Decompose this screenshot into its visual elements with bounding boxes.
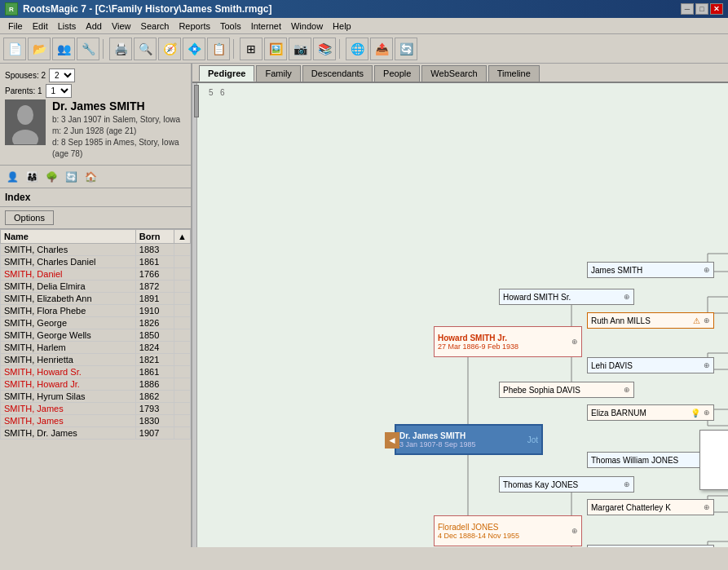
- table-row[interactable]: SMITH, Delia Elmira 1872: [1, 281, 191, 293]
- menu-help[interactable]: Help: [328, 20, 356, 33]
- scroll-cell: [174, 329, 191, 342]
- toolbar-people[interactable]: 👥: [52, 38, 75, 60]
- menu-edit[interactable]: Edit: [28, 20, 53, 33]
- table-row[interactable]: SMITH, Howard Sr. 1861: [1, 366, 191, 378]
- toolbar-compass[interactable]: 🧭: [158, 38, 181, 60]
- left-btn-unknown[interactable]: 🏠: [82, 168, 99, 186]
- toolbar-sep2: [233, 39, 236, 59]
- toolbar-grid[interactable]: ⊞: [240, 38, 263, 60]
- scroll-cell: [174, 354, 191, 366]
- left-toolbar: 👤 👨‍👩‍👧 🌳 🔄 🏠: [0, 166, 191, 188]
- table-row[interactable]: SMITH, Daniel 1766: [1, 268, 191, 281]
- toolbar-open[interactable]: 📂: [28, 38, 51, 60]
- tab-people[interactable]: People: [374, 65, 420, 82]
- toolbar-unknown1[interactable]: 🔧: [77, 38, 99, 60]
- person-box-margaret[interactable]: Margaret Chatterley K ⊕: [587, 499, 714, 515]
- title-bar: R RootsMagic 7 - [C:\Family History\Jame…: [0, 0, 728, 18]
- born-cell: 1910: [135, 305, 174, 317]
- menu-tools[interactable]: Tools: [215, 20, 246, 33]
- person-box-eliza-barnum[interactable]: Eliza BARNUM 💡 ⊕: [587, 404, 714, 421]
- parents-row: Parents: 1 1: [5, 84, 186, 98]
- table-row[interactable]: SMITH, Harlem 1824: [1, 342, 191, 354]
- left-btn-family[interactable]: 👨‍👩‍👧: [23, 168, 41, 186]
- toolbar-internet[interactable]: 🌐: [346, 38, 368, 60]
- menu-add[interactable]: Add: [81, 20, 107, 33]
- col-name: Name: [1, 230, 136, 244]
- toolbar-new[interactable]: 📄: [3, 38, 26, 60]
- person-box-howard-sr[interactable]: Howard SMITH Sr. ⊕: [499, 289, 634, 305]
- toolbar-sync[interactable]: 🔄: [395, 38, 417, 60]
- born-cell: 1824: [135, 342, 174, 354]
- table-row[interactable]: SMITH, Elizabeth Ann 1891: [1, 293, 191, 305]
- toolbar-media[interactable]: 📷: [289, 38, 311, 60]
- person-box-floradell[interactable]: Floradell JONES 4 Dec 1888-14 Nov 1955 ⊕: [434, 515, 582, 546]
- table-row[interactable]: SMITH, Hyrum Silas 1862: [1, 391, 191, 403]
- table-row[interactable]: SMITH, Flora Phebe 1910: [1, 305, 191, 317]
- toolbar-photo[interactable]: 🖼️: [264, 38, 287, 60]
- person-name-text: Floradell JONES 4 Dec 1888-14 Nov 1955: [438, 523, 519, 540]
- menu-lists[interactable]: Lists: [53, 20, 82, 33]
- index-table[interactable]: Name Born ▲ SMITH, Charles 1883 SMITH, C…: [0, 228, 191, 547]
- index-section: Index Options Name Born ▲ SMITH, Charles…: [0, 188, 191, 547]
- person-box-james-smith-g3[interactable]: James SMITH ⊕: [587, 262, 714, 278]
- scroll-cell: [174, 317, 191, 329]
- left-btn-refresh[interactable]: 🔄: [62, 168, 80, 186]
- toolbar-export[interactable]: 📤: [370, 38, 393, 60]
- person-box-howard-jr[interactable]: Howard SMITH Jr. 27 Mar 1886-9 Feb 1938 …: [434, 326, 582, 357]
- toolbar-unknown2[interactable]: 📋: [207, 38, 230, 60]
- window-title: RootsMagic 7 - [C:\Family History\James …: [23, 3, 271, 15]
- scroll-cell: [174, 391, 191, 403]
- person-box-james-smith-main[interactable]: Dr. James SMITH 3 Jan 1907-8 Sep 1985 Jo…: [395, 424, 543, 455]
- title-bar-left: R RootsMagic 7 - [C:\Family History\Jame…: [5, 2, 271, 15]
- menu-internet[interactable]: Internet: [246, 20, 286, 33]
- menu-search[interactable]: Search: [136, 20, 174, 33]
- spouses-dropdown[interactable]: 2: [49, 68, 75, 82]
- table-row[interactable]: SMITH, Henrietta 1821: [1, 354, 191, 366]
- person-box-thomas-jones[interactable]: Thomas Kay JONES ⊕: [499, 476, 634, 493]
- menu-window[interactable]: Window: [286, 20, 328, 33]
- person-box-ruth-mills[interactable]: Ruth Ann MILLS ⚠ ⊕: [587, 312, 714, 329]
- table-row[interactable]: SMITH, James 1793: [1, 403, 191, 415]
- left-btn-person[interactable]: 👤: [3, 168, 21, 186]
- toolbar-diamond[interactable]: 💠: [183, 38, 205, 60]
- minimize-button[interactable]: ─: [681, 3, 694, 15]
- table-row[interactable]: SMITH, Charles Daniel 1861: [1, 256, 191, 268]
- table-row[interactable]: SMITH, George Wells 1850: [1, 329, 191, 342]
- parents-dropdown[interactable]: 1: [46, 84, 72, 98]
- menu-reports[interactable]: Reports: [174, 20, 215, 33]
- person-box-thomas-william-jones[interactable]: Thomas William JONES ⊕: [587, 452, 714, 468]
- table-row[interactable]: SMITH, George 1826: [1, 317, 191, 329]
- tab-timeline[interactable]: Timeline: [488, 65, 540, 82]
- table-row[interactable]: SMITH, Howard Jr. 1886: [1, 378, 191, 391]
- person-box-lehi-davis[interactable]: Lehi DAVIS ⊕: [587, 357, 714, 373]
- toolbar-source[interactable]: 📚: [313, 38, 336, 60]
- tab-descendants[interactable]: Descendants: [302, 65, 373, 82]
- left-btn-pedigree[interactable]: 🌳: [42, 168, 60, 186]
- table-row[interactable]: SMITH, Charles 1883: [1, 244, 191, 256]
- page-indicator: 5 6: [209, 88, 224, 97]
- nav-left-arrow[interactable]: ◄: [385, 432, 399, 448]
- options-button[interactable]: Options: [5, 210, 54, 225]
- table-row[interactable]: SMITH, Dr. James 1907: [1, 427, 191, 440]
- table-row[interactable]: SMITH, James 1830: [1, 415, 191, 427]
- scroll-thumb[interactable]: [194, 85, 199, 117]
- name-cell: SMITH, Charles Daniel: [1, 256, 136, 268]
- warning-icon: ⚠: [693, 316, 700, 325]
- born-cell: 1872: [135, 281, 174, 293]
- app-icon: R: [5, 2, 18, 15]
- menu-view[interactable]: View: [107, 20, 136, 33]
- menu-file[interactable]: File: [3, 20, 28, 33]
- person-birth: b: 3 Jan 1907 in Salem, Story, Iowa: [52, 114, 186, 126]
- tab-pedigree[interactable]: Pedigree: [199, 65, 254, 82]
- person-header: Dr. James SMITH b: 3 Jan 1907 in Salem, …: [5, 99, 186, 160]
- name-cell: SMITH, Henrietta: [1, 354, 136, 366]
- toolbar-search[interactable]: 🔍: [134, 38, 157, 60]
- person-marriage: m: 2 Jun 1928 (age 21): [52, 126, 186, 137]
- toolbar-print[interactable]: 🖨️: [109, 38, 132, 60]
- restore-button[interactable]: □: [695, 3, 708, 15]
- close-button[interactable]: ✕: [710, 3, 723, 15]
- person-box-phebe-davis[interactable]: Phebe Sophia DAVIS ⊕: [499, 382, 634, 398]
- tab-family[interactable]: Family: [256, 65, 300, 82]
- person-box-william-griffiths[interactable]: William GRIFFITHS 💡 ⊕: [587, 545, 714, 547]
- tab-websearch[interactable]: WebSearch: [421, 65, 486, 82]
